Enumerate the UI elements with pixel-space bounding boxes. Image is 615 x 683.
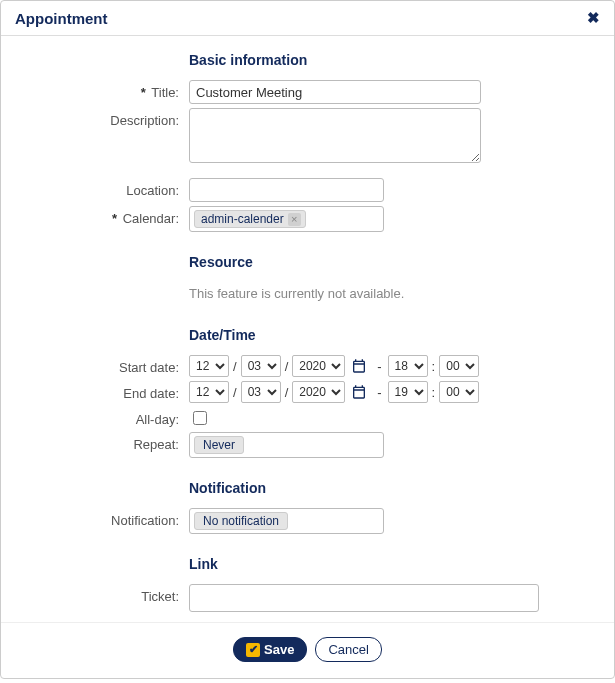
end-minute-select[interactable]: 00: [439, 381, 479, 403]
section-basic-heading: Basic information: [189, 52, 584, 68]
label-all-day: All-day:: [136, 412, 179, 427]
label-end-date: End date:: [123, 386, 179, 401]
end-day-select[interactable]: 03: [241, 381, 281, 403]
section-resource-heading: Resource: [189, 254, 584, 270]
dialog-header: Appointment ✖: [1, 1, 614, 36]
dialog-title: Appointment: [15, 10, 107, 27]
label-description: Description:: [110, 113, 179, 128]
repeat-value: Never: [194, 436, 244, 454]
dialog-body: Basic information * Title: Description: …: [1, 36, 614, 622]
start-hour-select[interactable]: 18: [388, 355, 428, 377]
section-notification-heading: Notification: [189, 480, 584, 496]
label-location: Location:: [126, 183, 179, 198]
location-input[interactable]: [189, 178, 384, 202]
dialog-footer: ✔ Save Cancel: [1, 622, 614, 678]
start-date-picker-icon[interactable]: [349, 356, 369, 376]
start-month-select[interactable]: 12: [189, 355, 229, 377]
check-icon: ✔: [246, 643, 260, 657]
calendar-select[interactable]: admin-calender ×: [189, 206, 384, 232]
notification-value: No notification: [194, 512, 288, 530]
end-date-picker-icon[interactable]: [349, 382, 369, 402]
calendar-tag-label: admin-calender: [201, 212, 284, 226]
label-ticket: Ticket:: [141, 589, 179, 604]
section-link-heading: Link: [189, 556, 584, 572]
start-year-select[interactable]: 2020: [292, 355, 345, 377]
repeat-select[interactable]: Never: [189, 432, 384, 458]
cancel-button[interactable]: Cancel: [315, 637, 381, 662]
label-notification: Notification:: [111, 513, 179, 528]
all-day-checkbox[interactable]: [193, 411, 207, 425]
label-start-date: Start date:: [119, 360, 179, 375]
title-input[interactable]: [189, 80, 481, 104]
end-hour-select[interactable]: 19: [388, 381, 428, 403]
end-year-select[interactable]: 2020: [292, 381, 345, 403]
appointment-dialog: Appointment ✖ Basic information * Title:…: [0, 0, 615, 679]
calendar-tag: admin-calender ×: [194, 210, 306, 228]
cancel-button-label: Cancel: [328, 642, 368, 657]
save-button[interactable]: ✔ Save: [233, 637, 307, 662]
resource-unavailable-note: This feature is currently not available.: [189, 282, 584, 305]
label-calendar: Calendar:: [123, 211, 179, 226]
notification-select[interactable]: No notification: [189, 508, 384, 534]
remove-tag-icon[interactable]: ×: [288, 213, 301, 226]
save-button-label: Save: [264, 642, 294, 657]
start-minute-select[interactable]: 00: [439, 355, 479, 377]
end-month-select[interactable]: 12: [189, 381, 229, 403]
description-textarea[interactable]: [189, 108, 481, 163]
label-repeat: Repeat:: [133, 437, 179, 452]
start-day-select[interactable]: 03: [241, 355, 281, 377]
ticket-input[interactable]: [189, 584, 539, 612]
label-title: Title:: [151, 85, 179, 100]
close-icon[interactable]: ✖: [587, 9, 600, 27]
section-datetime-heading: Date/Time: [189, 327, 584, 343]
